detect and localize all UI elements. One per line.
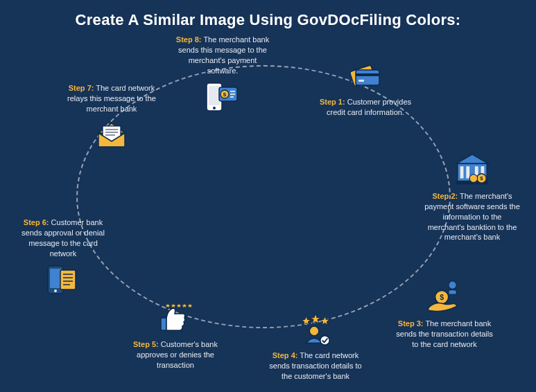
step-5-node: Step 5: Customer's bank approves or deni… [123, 299, 227, 371]
bank-building-icon: $ [453, 151, 491, 188]
svg-marker-24 [176, 303, 182, 308]
step-3-tag: Step 3: [398, 319, 424, 328]
step-6-tag: Step 6: [24, 218, 49, 226]
svg-marker-4 [456, 154, 488, 164]
svg-marker-17 [302, 317, 311, 326]
credit-cards-icon [347, 57, 384, 94]
phone-document-icon [44, 261, 82, 299]
svg-point-12 [469, 175, 478, 183]
step-7-label: Step 7: The card network relays this mes… [63, 83, 160, 114]
hand-coin-icon: $ [426, 278, 463, 316]
svg-rect-29 [50, 269, 61, 288]
svg-marker-19 [320, 317, 330, 326]
step-4-label: Step 4: The card network sends transacti… [267, 350, 364, 382]
svg-marker-23 [171, 303, 176, 308]
svg-point-42 [213, 107, 216, 109]
step-8-label: Step 8: The merchant bank sends this mes… [174, 35, 271, 75]
step-1-node: Step 1: Customer provides credit card in… [313, 57, 417, 118]
step-2-tag: Step 2: [432, 192, 458, 200]
step-4-node: Step 4: The card network sends transacti… [263, 310, 368, 382]
step-3-node: $ Step 3: The merchant bank sends the tr… [392, 278, 496, 350]
svg-text:$: $ [223, 91, 227, 98]
svg-text:$: $ [480, 175, 483, 181]
step-1-tag: Step 1: [320, 98, 345, 106]
thumbs-up-stars-icon [157, 299, 194, 337]
svg-rect-27 [161, 318, 166, 330]
svg-point-30 [54, 289, 57, 292]
svg-point-14 [449, 281, 457, 289]
step-5-tag: Step 5: [133, 340, 159, 348]
svg-point-21 [320, 336, 330, 346]
svg-rect-3 [358, 80, 364, 82]
svg-rect-2 [356, 73, 379, 76]
svg-marker-18 [310, 314, 320, 323]
customer-stars-icon [297, 310, 334, 348]
step-5-label: Step 5: Customer's bank approves or deni… [127, 339, 224, 371]
svg-marker-22 [165, 303, 171, 308]
step-1-label: Step 1: Customer provides credit card in… [317, 97, 414, 118]
svg-rect-41 [209, 86, 220, 105]
svg-rect-6 [460, 166, 464, 178]
step-4-tag: Step 4: [273, 351, 298, 359]
step-7-node: Step 7: The card network relays this mes… [60, 83, 164, 154]
phone-chat-money-icon: $ [204, 78, 241, 116]
svg-rect-1 [356, 70, 379, 85]
step-6-node: Step 6: Customer bank sends approval or … [11, 217, 115, 299]
svg-text:$: $ [440, 293, 444, 301]
step-8-tag: Step 8: [176, 35, 202, 44]
step-6-label: Step 6: Customer bank sends approval or … [15, 217, 112, 258]
step-2-node: $ Step 2: The merchant's payment softwar… [420, 151, 524, 242]
svg-rect-31 [60, 270, 76, 289]
step-2-label: Step 2: The merchant's payment software … [424, 191, 521, 242]
step-3-label: Step 3: The merchant bank sends the tran… [396, 319, 493, 350]
svg-marker-25 [182, 303, 187, 308]
step-7-tag: Step 7: [69, 84, 94, 92]
svg-rect-7 [466, 166, 469, 178]
svg-marker-26 [187, 303, 193, 308]
envelope-letter-icon [93, 117, 130, 154]
svg-point-20 [309, 326, 319, 336]
page-title: Create A Similar Image Using GovDOcFilin… [0, 11, 536, 29]
step-8-node: Step 8: The merchant bank sends this mes… [171, 35, 275, 116]
